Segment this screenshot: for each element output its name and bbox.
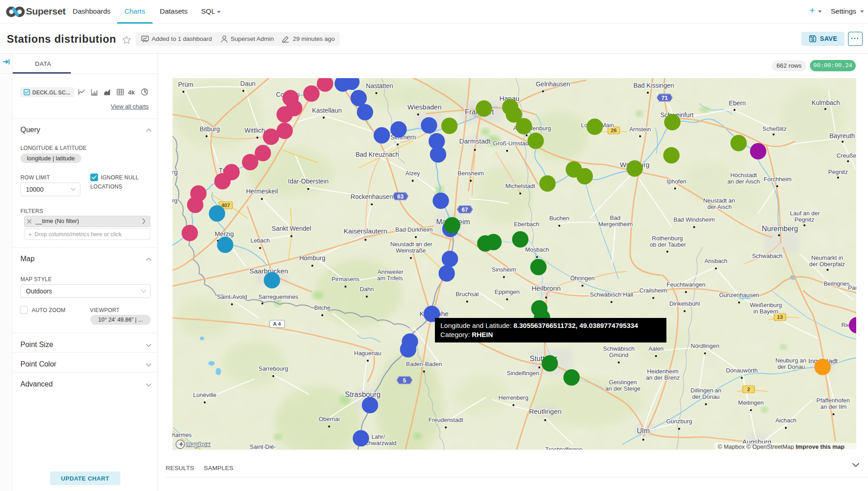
svg-text:ob der Tauber: ob der Tauber	[650, 241, 686, 248]
svg-text:Meitingen: Meitingen	[738, 399, 764, 406]
svg-text:Neustadt an der: Neustadt an der	[390, 241, 433, 248]
svg-text:71: 71	[661, 95, 668, 101]
svg-text:Wiesbaden: Wiesbaden	[407, 103, 441, 111]
svg-text:an der Ilm: an der Ilm	[820, 403, 847, 410]
svg-text:Iphofen: Iphofen	[666, 178, 686, 185]
svg-text:Forchheim: Forchheim	[764, 176, 791, 183]
svg-text:Hermeskeil: Hermeskeil	[246, 188, 278, 195]
svg-text:Neumarkt in: Neumarkt in	[811, 254, 843, 261]
svg-text:Bad Windsheim: Bad Windsheim	[673, 216, 715, 223]
svg-text:Michelstadt: Michelstadt	[505, 183, 535, 189]
svg-text:Sinsheim: Sinsheim	[492, 266, 516, 273]
svg-text:Strasbourg: Strasbourg	[345, 391, 380, 398]
svg-text:rg: rg	[173, 168, 178, 176]
svg-text:Ulm: Ulm	[637, 427, 650, 435]
svg-text:Mergentheim: Mergentheim	[598, 221, 633, 228]
svg-text:Nuremberg: Nuremberg	[762, 225, 798, 233]
svg-text:Sankt Wendel: Sankt Wendel	[272, 225, 311, 232]
svg-text:Daun: Daun	[240, 80, 255, 87]
svg-text:Rie: Rie	[841, 322, 850, 328]
svg-text:Pfaffenhofen: Pfaffenhofen	[816, 397, 850, 404]
svg-text:Bitche: Bitche	[314, 304, 330, 311]
svg-text:Bayreuth: Bayreuth	[829, 132, 855, 139]
svg-text:Saint-Avold: Saint-Avold	[217, 293, 247, 300]
svg-text:Pegnitz: Pegnitz	[794, 216, 814, 223]
svg-text:Gunzenhausen: Gunzenhausen	[719, 292, 759, 298]
svg-text:Herrenberg: Herrenberg	[498, 394, 528, 401]
svg-text:Nördlingen: Nördlingen	[691, 342, 720, 349]
svg-text:Haguenau: Haguenau	[354, 350, 381, 357]
svg-text:407: 407	[221, 203, 230, 208]
svg-text:Ebern: Ebern	[729, 99, 745, 107]
svg-text:Pirmasens: Pirmasens	[331, 276, 360, 283]
svg-text:Freudenstadt: Freudenstadt	[429, 417, 464, 423]
svg-text:Bruchsal: Bruchsal	[456, 291, 479, 298]
svg-text:Rothenburg: Rothenburg	[652, 235, 683, 242]
svg-text:Par: Par	[848, 284, 856, 291]
svg-text:Sarreguemines: Sarreguemines	[258, 293, 299, 300]
svg-text:Sarrebourg: Sarrebourg	[258, 365, 288, 372]
svg-text:Lunéville: Lunéville	[193, 392, 216, 398]
svg-text:Groß-Umstadt: Groß-Umstadt	[493, 140, 531, 147]
svg-text:Weißenburg: Weißenburg	[750, 302, 782, 308]
svg-text:Aichach: Aichach	[775, 417, 796, 424]
svg-text:Rockenhausen: Rockenhausen	[350, 193, 393, 200]
svg-text:Donauwörth: Donauwörth	[726, 367, 758, 374]
svg-text:Kulmbach: Kulmbach	[812, 99, 840, 106]
svg-text:Feuchtwangen: Feuchtwangen	[666, 281, 705, 288]
svg-text:Homburg: Homburg	[299, 254, 326, 262]
svg-text:5: 5	[403, 377, 406, 384]
svg-text:Dahn: Dahn	[360, 286, 374, 293]
svg-text:Ansbach: Ansbach	[705, 258, 728, 264]
svg-text:Bad Dürkheim: Bad Dürkheim	[395, 226, 433, 233]
svg-text:Kaiserslautern: Kaiserslautern	[344, 227, 387, 235]
svg-text:an der Aisch: an der Aisch	[727, 178, 760, 185]
svg-text:Alzey: Alzey	[405, 170, 420, 177]
svg-text:Kastellaun: Kastellaun	[312, 107, 341, 114]
svg-text:der Aisch: der Aisch	[707, 203, 731, 210]
svg-text:Crailsheim: Crailsheim	[639, 287, 667, 294]
svg-text:Scheßlitz: Scheßlitz	[762, 125, 786, 132]
svg-text:13: 13	[777, 314, 783, 320]
svg-text:Beilngries: Beilngries	[824, 280, 850, 287]
svg-text:A 4: A 4	[273, 321, 281, 327]
svg-text:mapbox: mapbox	[186, 441, 210, 448]
svg-text:Bitburg: Bitburg	[200, 125, 220, 133]
svg-text:Trochtelfingen: Trochtelfingen	[545, 446, 582, 450]
svg-text:Geislingen: Geislingen	[609, 379, 636, 386]
svg-text:Schwäbisch Hall: Schwäbisch Hall	[590, 291, 633, 298]
svg-text:in Bayern: in Bayern	[754, 308, 779, 315]
svg-text:Obernai: Obernai	[319, 416, 340, 422]
svg-text:Reutlingen: Reutlingen	[529, 407, 562, 415]
svg-text:Creußen: Creußen	[837, 152, 856, 159]
svg-text:Dinkelsbühl: Dinkelsbühl	[669, 300, 700, 307]
svg-text:Lahr/: Lahr/	[371, 433, 385, 440]
svg-text:Lebach: Lebach	[251, 237, 270, 244]
svg-text:Sindelfingen: Sindelfingen	[507, 370, 539, 377]
svg-text:Eppingen: Eppingen	[495, 288, 520, 295]
svg-text:Schwäbisch: Schwäbisch	[603, 345, 634, 352]
svg-text:an der Brenz: an der Brenz	[646, 374, 680, 381]
svg-text:Aalen: Aalen	[648, 345, 663, 352]
svg-text:Wittlich: Wittlich	[244, 127, 265, 134]
svg-text:der Oberpfalz: der Oberpfalz	[809, 261, 845, 268]
svg-text:Saint-Dié-: Saint-Dié-	[250, 443, 276, 450]
svg-text:67: 67	[462, 207, 468, 213]
svg-text:Mosbach: Mosbach	[525, 246, 549, 253]
svg-text:Merzig: Merzig	[215, 230, 234, 238]
svg-text:Annweiler: Annweiler	[377, 268, 404, 275]
svg-text:Neuburg an: Neuburg an	[775, 357, 806, 364]
svg-text:Weinstraße: Weinstraße	[396, 247, 426, 254]
svg-text:Baden-Baden: Baden-Baden	[406, 361, 442, 367]
svg-text:Gelnhausen: Gelnhausen	[536, 80, 570, 88]
svg-text:Idar-Oberstein: Idar-Oberstein	[288, 178, 328, 185]
svg-text:Arnstein: Arnstein	[629, 126, 651, 133]
svg-text:Charmes: Charmes	[173, 431, 192, 438]
svg-text:Öhringen: Öhringen	[570, 275, 594, 282]
svg-text:am Trifels: am Trifels	[377, 275, 403, 282]
svg-text:Prüm: Prüm	[178, 81, 193, 88]
svg-text:Bad Kreuznach: Bad Kreuznach	[355, 151, 399, 158]
svg-text:Dillingen an: Dillingen an	[690, 387, 721, 394]
svg-text:Heidenheim: Heidenheim	[647, 368, 678, 375]
svg-text:der Donau: der Donau	[692, 393, 720, 400]
